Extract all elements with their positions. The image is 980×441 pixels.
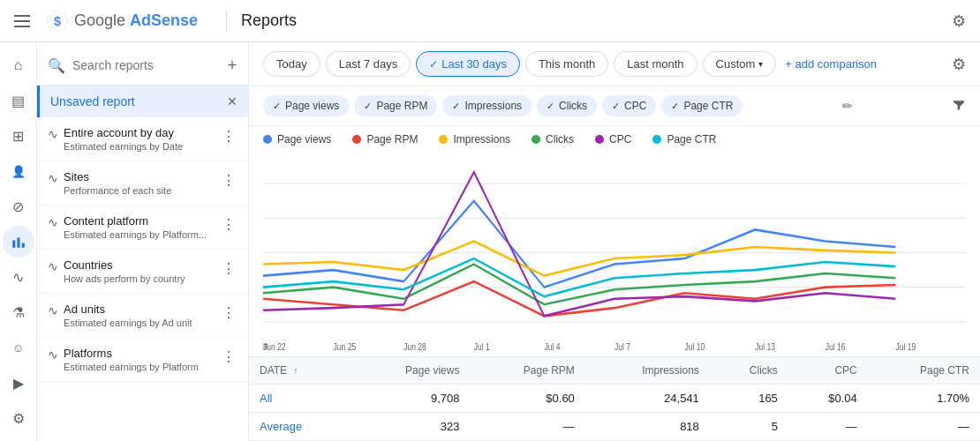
more-options-icon[interactable]: ⋮ [220,214,237,235]
svg-text:Jun 25: Jun 25 [334,341,357,353]
cell-cpc: — [788,413,868,441]
svg-text:Jul 19: Jul 19 [895,341,916,353]
main-layout: ⌂ ▤ ⊞ 👤 ⊘ ∿ ⚗ ☺ ▶ ⚙ 🔍 + Unsaved report ✕… [0,42,980,441]
sidebar-item[interactable]: ∿ Countries How ads perform by country ⋮ [37,250,248,294]
item-icon-1: ∿ [48,171,58,185]
content-icon[interactable]: ⊞ [3,120,34,152]
close-report-button[interactable]: ✕ [227,94,237,108]
table-row: Average 323 — 818 5 — — [249,413,980,441]
sidebar-items-list: ∿ Entire account by day Estimated earnin… [37,117,248,382]
experiments-icon[interactable]: ⚗ [3,296,34,328]
today-button[interactable]: Today [263,51,320,77]
legend-item-page-views: Page views [263,133,331,146]
legend-item-page-ctr: Page CTR [652,133,716,146]
svg-rect-2 [12,241,15,248]
sidebar-item[interactable]: ∿ Content platform Estimated earnings by… [37,206,248,250]
active-report-label: Unsaved report [50,94,135,108]
analytics-icon[interactable]: ∿ [3,261,34,293]
svg-rect-3 [17,238,19,248]
custom-button[interactable]: Custom ▾ [703,51,777,77]
cell-cpc: $0.04 [788,385,868,413]
reports-icon[interactable] [3,226,34,258]
cell-pagectr: 1.70% [868,385,980,413]
search-icon: 🔍 [48,57,65,74]
audience-icon[interactable]: 👤 [3,155,34,187]
col-pagerpm[interactable]: Page RPM [470,357,584,385]
last30-button[interactable]: ✓ Last 30 days [416,51,520,77]
col-clicks[interactable]: Clicks [710,357,788,385]
table-row: All 9,708 $0.60 24,541 165 $0.04 1.70% [249,385,980,413]
col-pageviews[interactable]: Page views [351,357,471,385]
edit-metrics-icon[interactable]: ✏ [842,99,853,113]
this-month-button[interactable]: This month [525,51,608,77]
col-date[interactable]: DATE ↑ [249,357,351,385]
more-options-icon[interactable]: ⋮ [220,126,237,146]
filter-icon[interactable] [952,98,966,115]
metric-chip-page-rpm[interactable]: ✓ Page RPM [354,95,437,116]
side-icon-rail: ⌂ ▤ ⊞ 👤 ⊘ ∿ ⚗ ☺ ▶ ⚙ [0,42,37,441]
cell-pagerpm: $0.60 [470,385,584,413]
legend-dot [439,135,448,144]
more-options-icon[interactable]: ⋮ [220,347,237,367]
more-options-icon[interactable]: ⋮ [220,258,237,279]
data-table-container: DATE ↑ Page views Page RPM Impressions C… [249,356,980,441]
hamburger-menu[interactable] [14,11,35,32]
legend-item-page-rpm: Page RPM [352,133,418,146]
chart-svg: Jun 22 Jun 25 Jun 28 Jul 1 Jul 4 Jul 7 J… [263,149,966,356]
page-title: Reports [241,11,297,30]
svg-text:Jul 4: Jul 4 [544,341,560,353]
report-settings-icon[interactable]: ⚙ [952,55,966,74]
more-options-icon[interactable]: ⋮ [220,303,237,323]
metric-chip-page-ctr[interactable]: ✓ Page CTR [661,95,743,116]
sidebar-header: 🔍 + [37,42,248,86]
settings3-icon[interactable]: ⚙ [3,402,34,434]
metric-chip-cpc[interactable]: ✓ CPC [602,95,656,116]
item-icon-4: ∿ [48,303,58,318]
cell-pagectr: — [868,413,980,441]
chart-legend: Page views Page RPM Impressions Clicks C… [249,126,980,149]
svg-text:Jul 10: Jul 10 [685,341,705,353]
metric-chip-impressions[interactable]: ✓ Impressions [442,95,531,116]
legend-dot [352,135,361,144]
filter-bar: Today Last 7 days ✓ Last 30 days This mo… [249,42,980,86]
more-options-icon[interactable]: ⋮ [220,170,237,191]
home-icon[interactable]: ⌂ [3,49,34,81]
metric-chip-clicks[interactable]: ✓ Clicks [537,95,597,116]
sidebar-item[interactable]: ∿ Sites Performance of each site ⋮ [37,161,248,206]
item-icon-5: ∿ [48,348,58,362]
search-input[interactable] [72,58,227,72]
video-icon[interactable]: ▶ [3,367,34,399]
cell-impressions: 818 [585,413,710,441]
cell-pagerpm: — [470,413,584,441]
sidebar-panel: 🔍 + Unsaved report ✕ ∿ Entire account by… [37,42,249,441]
svg-text:Jul 13: Jul 13 [755,341,775,353]
account-icon[interactable]: ☺ [3,332,34,363]
pages-icon[interactable]: ▤ [3,85,34,116]
legend-dot [531,135,540,144]
col-pagectr[interactable]: Page CTR [868,357,980,385]
legend-item-impressions: Impressions [439,133,510,146]
last7-button[interactable]: Last 7 days [326,51,411,77]
legend-item-cpc: CPC [595,133,631,146]
metric-chip-page-views[interactable]: ✓ Page views [263,95,349,116]
cell-impressions: 24,541 [585,385,710,413]
sidebar-item[interactable]: ∿ Ad units Estimated earnings by Ad unit… [37,294,248,338]
svg-text:Jul 1: Jul 1 [474,341,490,353]
add-comparison-button[interactable]: + add comparison [785,57,877,71]
legend-dot [263,135,272,144]
data-table: DATE ↑ Page views Page RPM Impressions C… [249,356,980,441]
legend-dot [595,135,604,144]
dropdown-arrow-icon: ▾ [758,59,763,69]
active-report-item: Unsaved report ✕ [37,86,248,117]
add-report-button[interactable]: + [227,53,237,78]
block-icon[interactable]: ⊘ [3,191,34,222]
col-impressions[interactable]: Impressions [585,357,710,385]
table-header-row: DATE ↑ Page views Page RPM Impressions C… [249,357,980,385]
sidebar-item[interactable]: ∿ Entire account by day Estimated earnin… [37,117,248,161]
sort-icon: ↑ [293,366,298,376]
last-month-button[interactable]: Last month [614,51,697,77]
sidebar-item[interactable]: ∿ Platforms Estimated earnings by Platfo… [37,338,248,382]
settings-icon[interactable]: ⚙ [952,11,966,31]
col-cpc[interactable]: CPC [788,357,868,385]
svg-text:Jul 16: Jul 16 [825,341,846,353]
